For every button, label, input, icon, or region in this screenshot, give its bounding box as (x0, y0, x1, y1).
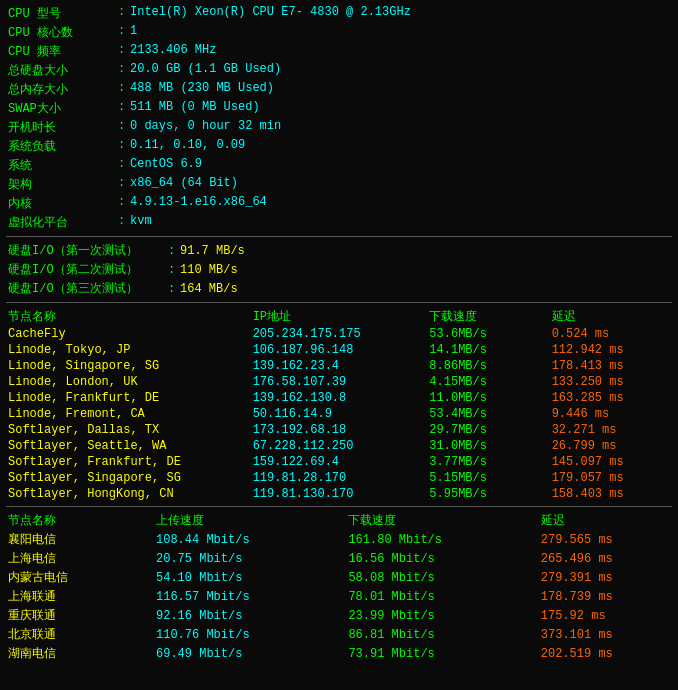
os-value: CentOS 6.9 (128, 156, 672, 175)
network-node-lat: 179.057 ms (550, 470, 672, 486)
network-node-lat: 32.271 ms (550, 422, 672, 438)
china-network-row: 内蒙古电信 54.10 Mbit/s 58.08 Mbit/s 279.391 … (6, 568, 672, 587)
system-info-table: CPU 型号 : Intel(R) Xeon(R) CPU E7- 4830 @… (6, 4, 672, 232)
disk-io-row-3: 硬盘I/O（第三次测试） : 164 MB/s (6, 279, 672, 298)
network-node-lat: 112.942 ms (550, 342, 672, 358)
virt-row: 虚拟化平台 : kvm (6, 213, 672, 232)
mem-total-label: 总内存大小 (6, 80, 116, 99)
network-node-dl: 53.4MB/s (427, 406, 549, 422)
network-row: CacheFly 205.234.175.175 53.6MB/s 0.524 … (6, 326, 672, 342)
kernel-label: 内核 (6, 194, 116, 213)
network-node-lat: 178.413 ms (550, 358, 672, 374)
network-row: Softlayer, Frankfurt, DE 159.122.69.4 3.… (6, 454, 672, 470)
load-value: 0.11, 0.10, 0.09 (128, 137, 672, 156)
network-node-lat: 26.799 ms (550, 438, 672, 454)
os-label: 系统 (6, 156, 116, 175)
network-node-name: Softlayer, Dallas, TX (6, 422, 251, 438)
load-label: 系统负载 (6, 137, 116, 156)
cpu-cores-row: CPU 核心数 : 1 (6, 23, 672, 42)
network-row: Linode, Frankfurt, DE 139.162.130.8 11.0… (6, 390, 672, 406)
network-node-name: Softlayer, Seattle, WA (6, 438, 251, 454)
china-node-name: 北京联通 (6, 625, 154, 644)
network-node-ip: 159.122.69.4 (251, 454, 428, 470)
virt-value: kvm (128, 213, 672, 232)
cpu-model-label: CPU 型号 (6, 4, 116, 23)
network-node-lat: 163.285 ms (550, 390, 672, 406)
network-node-name: Linode, Frankfurt, DE (6, 390, 251, 406)
disk-io-value-1: 91.7 MB/s (178, 241, 672, 260)
china-network-row: 北京联通 110.76 Mbit/s 86.81 Mbit/s 373.101 … (6, 625, 672, 644)
disk-io-label-1: 硬盘I/O（第一次测试） (6, 241, 166, 260)
mem-total-value: 488 MB (230 MB Used) (128, 80, 672, 99)
network-node-name: Linode, Tokyo, JP (6, 342, 251, 358)
cpu-model-value: Intel(R) Xeon(R) CPU E7- 4830 @ 2.13GHz (128, 4, 672, 23)
china-node-lat: 202.519 ms (539, 644, 672, 663)
network-row: Linode, Singapore, SG 139.162.23.4 8.86M… (6, 358, 672, 374)
cpu-cores-value: 1 (128, 23, 672, 42)
network-row: Softlayer, HongKong, CN 119.81.130.170 5… (6, 486, 672, 502)
china-node-lat: 175.92 ms (539, 606, 672, 625)
china-header-download: 下载速度 (346, 511, 538, 530)
network-node-ip: 139.162.130.8 (251, 390, 428, 406)
disk-io-label-3: 硬盘I/O（第三次测试） (6, 279, 166, 298)
network-node-name: Softlayer, HongKong, CN (6, 486, 251, 502)
china-node-name: 湖南电信 (6, 644, 154, 663)
network-node-ip: 173.192.68.18 (251, 422, 428, 438)
china-node-ul: 108.44 Mbit/s (154, 530, 346, 549)
china-node-dl: 58.08 Mbit/s (346, 568, 538, 587)
china-node-lat: 279.565 ms (539, 530, 672, 549)
network-row: Softlayer, Singapore, SG 119.81.28.170 5… (6, 470, 672, 486)
disk-total-row: 总硬盘大小 : 20.0 GB (1.1 GB Used) (6, 61, 672, 80)
network-node-ip: 205.234.175.175 (251, 326, 428, 342)
network-row: Linode, Tokyo, JP 106.187.96.148 14.1MB/… (6, 342, 672, 358)
network-node-ip: 50.116.14.9 (251, 406, 428, 422)
china-header-name: 节点名称 (6, 511, 154, 530)
network-node-name: Linode, London, UK (6, 374, 251, 390)
china-node-dl: 86.81 Mbit/s (346, 625, 538, 644)
arch-label: 架构 (6, 175, 116, 194)
network-node-name: Linode, Singapore, SG (6, 358, 251, 374)
network-header-latency: 延迟 (550, 307, 672, 326)
china-node-name: 上海联通 (6, 587, 154, 606)
china-node-dl: 16.56 Mbit/s (346, 549, 538, 568)
cpu-freq-value: 2133.406 MHz (128, 42, 672, 61)
cpu-cores-label: CPU 核心数 (6, 23, 116, 42)
network-node-ip: 119.81.28.170 (251, 470, 428, 486)
network-row: Linode, Fremont, CA 50.116.14.9 53.4MB/s… (6, 406, 672, 422)
china-node-ul: 20.75 Mbit/s (154, 549, 346, 568)
divider-1 (6, 236, 672, 237)
china-network-row: 上海电信 20.75 Mbit/s 16.56 Mbit/s 265.496 m… (6, 549, 672, 568)
network-header-name: 节点名称 (6, 307, 251, 326)
network-node-lat: 158.403 ms (550, 486, 672, 502)
china-network-row: 上海联通 116.57 Mbit/s 78.01 Mbit/s 178.739 … (6, 587, 672, 606)
network-node-lat: 133.250 ms (550, 374, 672, 390)
china-network-header-row: 节点名称 上传速度 下载速度 延迟 (6, 511, 672, 530)
network-node-ip: 176.58.107.39 (251, 374, 428, 390)
network-header-download: 下载速度 (427, 307, 549, 326)
cpu-model-row: CPU 型号 : Intel(R) Xeon(R) CPU E7- 4830 @… (6, 4, 672, 23)
cpu-freq-label: CPU 频率 (6, 42, 116, 61)
disk-io-value-2: 110 MB/s (178, 260, 672, 279)
china-node-name: 襄阳电信 (6, 530, 154, 549)
arch-value: x86_64 (64 Bit) (128, 175, 672, 194)
network-row: Softlayer, Dallas, TX 173.192.68.18 29.7… (6, 422, 672, 438)
china-header-latency: 延迟 (539, 511, 672, 530)
network-node-dl: 31.0MB/s (427, 438, 549, 454)
arch-row: 架构 : x86_64 (64 Bit) (6, 175, 672, 194)
disk-io-value-3: 164 MB/s (178, 279, 672, 298)
swap-row: SWAP大小 : 511 MB (0 MB Used) (6, 99, 672, 118)
china-node-dl: 23.99 Mbit/s (346, 606, 538, 625)
network-node-dl: 53.6MB/s (427, 326, 549, 342)
china-node-ul: 92.16 Mbit/s (154, 606, 346, 625)
china-node-name: 内蒙古电信 (6, 568, 154, 587)
china-header-upload: 上传速度 (154, 511, 346, 530)
network-node-ip: 139.162.23.4 (251, 358, 428, 374)
disk-total-value: 20.0 GB (1.1 GB Used) (128, 61, 672, 80)
network-node-dl: 11.0MB/s (427, 390, 549, 406)
china-node-lat: 178.739 ms (539, 587, 672, 606)
disk-io-label-2: 硬盘I/O（第二次测试） (6, 260, 166, 279)
disk-io-row-2: 硬盘I/O（第二次测试） : 110 MB/s (6, 260, 672, 279)
network-node-dl: 4.15MB/s (427, 374, 549, 390)
china-node-dl: 78.01 Mbit/s (346, 587, 538, 606)
network-header-row: 节点名称 IP地址 下载速度 延迟 (6, 307, 672, 326)
